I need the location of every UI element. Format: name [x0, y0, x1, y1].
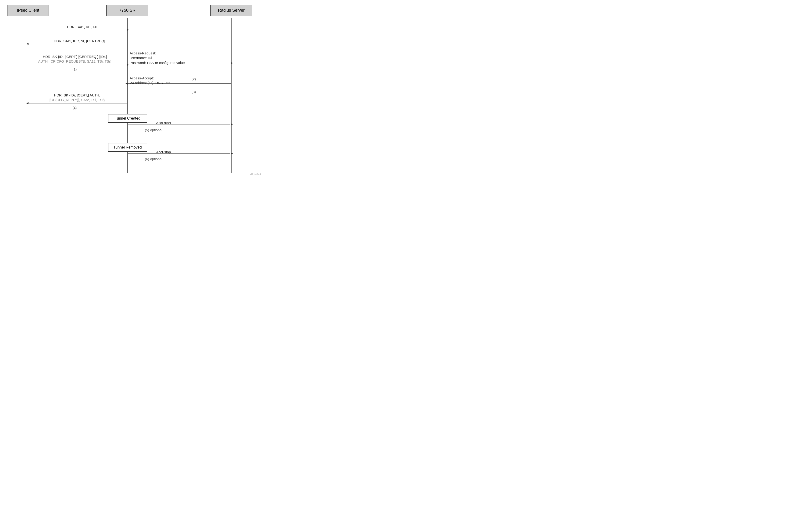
- entity-ipsec: IPsec Client: [7, 5, 49, 16]
- svg-marker-8: [127, 64, 129, 66]
- tunnel-created-box: Tunnel Created: [108, 114, 147, 123]
- tunnel-removed-box: Tunnel Removed: [108, 143, 147, 152]
- svg-marker-14: [26, 102, 29, 104]
- sr-label: 7750 SR: [119, 8, 135, 13]
- msg4-line2: [CP(CFG_REPLY)], SAr2, TSi, TSr}: [50, 98, 105, 102]
- msg3-label: HDR, SK {IDi, [CERT,] [CERTREQ,] [IDr,] …: [28, 54, 121, 64]
- svg-marker-6: [26, 43, 29, 45]
- diagram-container: IPsec Client 7750 SR Radius Server: [0, 0, 264, 177]
- tunnel-created-label: Tunnel Created: [115, 116, 140, 120]
- entity-radius: Radius Server: [210, 5, 252, 16]
- msg3-line1: HDR, SK {IDi, [CERT,] [CERTREQ,] [IDr,]: [43, 55, 107, 59]
- msg1-label: HDR, SAi1, KEi, Ni: [42, 25, 121, 30]
- msg4-label: HDR, SK {IDr, [CERT,] AUTH, [CP(CFG_REPL…: [33, 93, 121, 102]
- msg4-line1: HDR, SK {IDr, [CERT,] AUTH,: [54, 93, 100, 97]
- tunnel-removed-label: Tunnel Removed: [113, 145, 142, 149]
- acct-start-label: Acct-start: [140, 120, 187, 125]
- access-accept-line1: Access-Accept:: [130, 76, 154, 80]
- entity-sr: 7750 SR: [106, 5, 148, 16]
- access-accept-label: Access-Accept: V4 address(es), DNS...etc: [130, 76, 197, 86]
- svg-marker-4: [127, 29, 129, 31]
- step1: (1): [72, 67, 77, 71]
- svg-marker-10: [231, 62, 233, 64]
- acct-stop-label: Acct-stop: [140, 150, 187, 154]
- watermark: al_0414: [250, 172, 261, 176]
- radius-label: Radius Server: [218, 8, 245, 13]
- access-request-label: Access-Request: Username: IDi Password: …: [130, 51, 219, 65]
- access-request-line1: Access-Request:: [130, 51, 156, 55]
- access-accept-line2: V4 address(es), DNS...etc: [130, 81, 170, 85]
- step3: (3): [192, 90, 196, 94]
- ipsec-label: IPsec Client: [17, 8, 39, 13]
- svg-marker-18: [231, 153, 233, 155]
- access-request-line2: Username: IDi: [130, 56, 152, 60]
- step4: (4): [72, 106, 77, 110]
- step5: (5) optional: [145, 128, 163, 132]
- step6: (6) optional: [145, 157, 163, 161]
- msg2-label: HDR, SAr1, KEr, Nr, [CERTREQ]: [37, 39, 121, 43]
- svg-marker-16: [231, 123, 233, 125]
- svg-marker-12: [126, 83, 128, 84]
- access-request-line3: Password: PSK or configured value: [130, 61, 185, 65]
- msg3-line2: AUTH, [CP(CFG_REQUEST)], SA12, TSi, TSr}: [38, 59, 111, 63]
- step2: (2): [192, 77, 196, 81]
